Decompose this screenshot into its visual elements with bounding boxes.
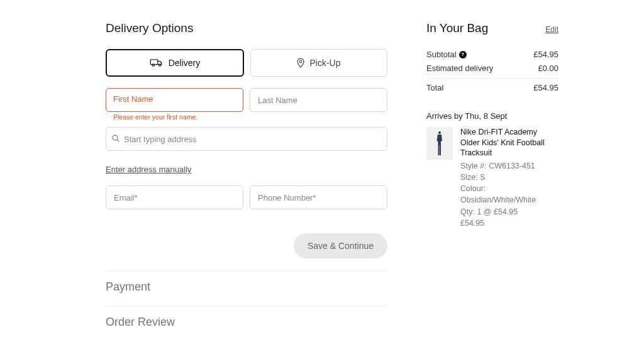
truck-icon xyxy=(150,58,164,67)
subtotal-row: Subtotal ? £54.95 xyxy=(426,48,558,62)
item-title: Nike Dri-FIT Academy Older Kids' Knit Fo… xyxy=(460,127,558,158)
delivery-row: Estimated delivery £0.00 xyxy=(426,62,558,75)
last-name-field[interactable] xyxy=(250,88,387,112)
payment-heading: Payment xyxy=(106,280,387,294)
delivery-value: £0.00 xyxy=(538,62,558,75)
svg-point-3 xyxy=(300,60,303,63)
enter-address-manually-link[interactable]: Enter address manually xyxy=(106,165,192,174)
address-field[interactable] xyxy=(106,127,387,151)
edit-bag-link[interactable]: Edit xyxy=(545,25,558,34)
svg-point-4 xyxy=(113,135,118,140)
total-row: Total £54.95 xyxy=(426,78,558,95)
item-qty: Qty: 1 @ £54.95 xyxy=(460,206,558,218)
item-size: Size: S xyxy=(460,172,558,183)
phone-field-wrap xyxy=(250,185,387,209)
arrival-text: Arrives by Thu, 8 Sept xyxy=(426,111,558,121)
first-name-field-wrap: First Name Please enter your first name. xyxy=(106,88,243,121)
delivery-method-tabs: Delivery Pick-Up xyxy=(106,49,387,77)
item-style: Style #: CW6133-451 xyxy=(460,160,558,172)
tab-delivery-label: Delivery xyxy=(169,58,201,68)
bag-title: In Your Bag xyxy=(426,21,488,35)
svg-point-1 xyxy=(152,64,155,67)
divider xyxy=(106,306,387,307)
order-review-heading: Order Review xyxy=(106,316,387,329)
bag-item: Nike Dri-FIT Academy Older Kids' Knit Fo… xyxy=(426,127,558,229)
subtotal-label: Subtotal xyxy=(426,48,457,62)
delivery-label: Estimated delivery xyxy=(426,62,493,75)
pin-icon xyxy=(297,58,304,68)
subtotal-value: £54.95 xyxy=(533,48,558,62)
tab-pickup[interactable]: Pick-Up xyxy=(250,49,387,77)
total-value: £54.95 xyxy=(533,81,558,95)
info-icon[interactable]: ? xyxy=(459,51,467,58)
tab-pickup-label: Pick-Up xyxy=(309,58,340,68)
delivery-options-title: Delivery Options xyxy=(106,21,387,35)
item-colour: Colour: Obsidian/White/White xyxy=(460,183,558,206)
svg-rect-0 xyxy=(150,60,157,65)
item-price: £54.95 xyxy=(460,218,558,229)
address-field-wrap xyxy=(106,127,387,151)
phone-field[interactable] xyxy=(250,185,387,209)
product-thumbnail xyxy=(426,127,453,160)
email-field[interactable] xyxy=(106,185,243,209)
save-continue-button[interactable]: Save & Continue xyxy=(294,233,387,258)
divider xyxy=(106,271,387,272)
last-name-field-wrap xyxy=(250,88,387,121)
email-field-wrap xyxy=(106,185,243,209)
search-icon xyxy=(112,135,119,142)
total-label: Total xyxy=(426,81,443,95)
tab-delivery[interactable]: Delivery xyxy=(106,49,244,77)
first-name-field[interactable] xyxy=(106,88,243,112)
svg-point-2 xyxy=(158,64,161,67)
first-name-error: Please enter your first name. xyxy=(113,113,243,121)
